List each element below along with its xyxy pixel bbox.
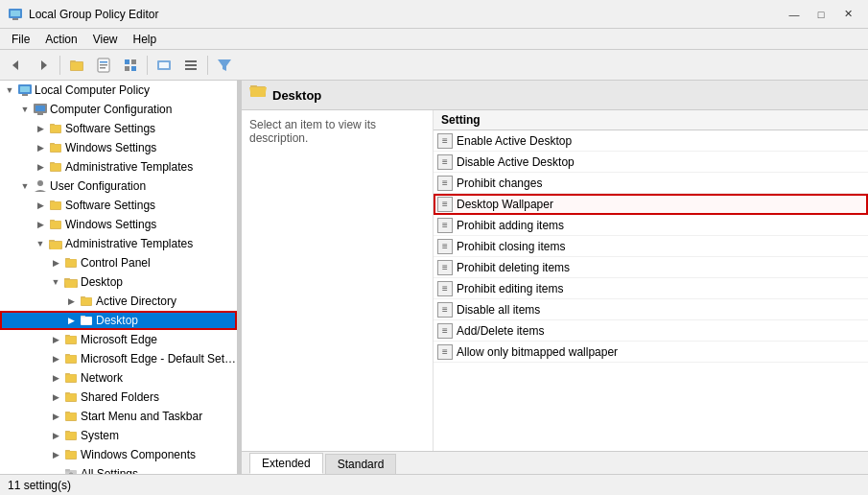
tree-item-microsoft-edge[interactable]: ▶ Microsoft Edge bbox=[0, 330, 237, 349]
folder-icon-14 bbox=[63, 428, 79, 443]
setting-icon-11: ≡ bbox=[437, 344, 453, 360]
menu-file[interactable]: File bbox=[4, 31, 37, 48]
settings-row-prohibit-deleting[interactable]: ≡ Prohibit deleting items bbox=[434, 257, 868, 278]
tree-item-system[interactable]: ▶ System bbox=[0, 426, 237, 445]
app-icon bbox=[8, 7, 23, 22]
tree-container[interactable]: ▼ Local Computer Policy ▼ Computer Confi… bbox=[0, 81, 237, 474]
tree-item-windows-2[interactable]: ▶ Windows Settings bbox=[0, 215, 237, 234]
expand-windows-2[interactable]: ▶ bbox=[33, 217, 48, 232]
microsoft-edge-default-label: Microsoft Edge - Default Settin... bbox=[81, 352, 237, 365]
filter-icon bbox=[217, 58, 232, 73]
toolbar-sep-2 bbox=[147, 56, 148, 75]
maximize-button[interactable]: □ bbox=[809, 4, 833, 25]
filter-button[interactable] bbox=[212, 54, 237, 77]
setting-label-3: Prohibit changes bbox=[457, 177, 749, 190]
svg-marker-3 bbox=[12, 60, 18, 70]
tree-item-windows-components[interactable]: ▶ Windows Components bbox=[0, 445, 237, 464]
folder-icon-13 bbox=[63, 409, 79, 424]
expand-windows-components[interactable]: ▶ bbox=[48, 447, 63, 462]
tree-item-admin-2[interactable]: ▼ Administrative Templates bbox=[0, 234, 237, 253]
tree-item-desktop-folder[interactable]: ▼ Desktop bbox=[0, 272, 237, 292]
expand-system[interactable]: ▶ bbox=[48, 428, 63, 443]
close-button[interactable]: ✕ bbox=[835, 4, 860, 25]
tree-item-start-menu[interactable]: ▶ Start Menu and Taskbar bbox=[0, 407, 237, 426]
tree-item-control-panel[interactable]: ▶ Control Panel bbox=[0, 253, 237, 272]
folder-icon-11 bbox=[63, 370, 79, 386]
setting-label-1: Enable Active Desktop bbox=[457, 134, 749, 148]
expand-desktop-selected[interactable]: ▶ bbox=[63, 313, 79, 328]
expand-start-menu[interactable]: ▶ bbox=[48, 409, 63, 424]
settings-row-prohibit-editing[interactable]: ≡ Prohibit editing items bbox=[434, 278, 868, 299]
settings-row-disable-all[interactable]: ≡ Disable all items bbox=[434, 299, 868, 320]
toolbar-btn-1[interactable] bbox=[64, 54, 89, 77]
settings-row-desktop-wallpaper[interactable]: ≡ Desktop Wallpaper bbox=[434, 194, 868, 215]
tab-standard[interactable]: Standard bbox=[325, 454, 397, 474]
settings-row-prohibit-adding[interactable]: ≡ Prohibit adding items bbox=[434, 215, 868, 236]
toolbar-btn-4[interactable] bbox=[152, 54, 176, 77]
tree-item-user-config[interactable]: ▼ User Configuration bbox=[0, 177, 237, 196]
expand-shared-folders[interactable]: ▶ bbox=[48, 389, 63, 405]
expand-network[interactable]: ▶ bbox=[48, 370, 63, 386]
minimize-button[interactable]: — bbox=[782, 4, 807, 25]
tree-item-active-directory[interactable]: ▶ Active Directory bbox=[0, 292, 237, 311]
tree-item-microsoft-edge-default[interactable]: ▶ Microsoft Edge - Default Settin... bbox=[0, 349, 237, 368]
tree-item-shared-folders[interactable]: ▶ Shared Folders bbox=[0, 388, 237, 407]
svg-rect-70 bbox=[66, 394, 77, 402]
settings-row-prohibit-changes[interactable]: ≡ Prohibit changes bbox=[434, 173, 868, 194]
expand-computer-config[interactable]: ▼ bbox=[17, 102, 33, 117]
expand-admin-2[interactable]: ▼ bbox=[33, 236, 48, 251]
expand-user-config[interactable]: ▼ bbox=[17, 178, 33, 194]
tree-item-root[interactable]: ▼ Local Computer Policy bbox=[0, 81, 237, 100]
expand-microsoft-edge-default[interactable]: ▶ bbox=[48, 351, 63, 366]
tree-item-desktop-selected[interactable]: ▶ Desktop bbox=[0, 311, 237, 330]
settings-row-enable-active-desktop[interactable]: ≡ Enable Active Desktop bbox=[434, 130, 868, 152]
windows-2-label: Windows Settings bbox=[65, 218, 156, 231]
expand-software-2[interactable]: ▶ bbox=[33, 198, 48, 213]
expand-admin-1[interactable]: ▶ bbox=[33, 159, 48, 175]
right-content: Select an item to view its description. … bbox=[242, 110, 868, 451]
menu-help[interactable]: Help bbox=[126, 31, 165, 48]
expand-root[interactable]: ▼ bbox=[2, 82, 17, 98]
toolbar-btn-5[interactable] bbox=[178, 54, 203, 77]
expand-windows-1[interactable]: ▶ bbox=[33, 140, 48, 155]
toolbar-btn-2[interactable] bbox=[91, 54, 116, 77]
settings-pane[interactable]: Setting ≡ Enable Active Desktop ≡ Disabl… bbox=[434, 110, 868, 451]
menu-bar: File Action View Help bbox=[0, 29, 868, 50]
settings-row-prohibit-closing[interactable]: ≡ Prohibit closing items bbox=[434, 236, 868, 257]
tree-item-admin-1[interactable]: ▶ Administrative Templates bbox=[0, 157, 237, 177]
folder-icon bbox=[69, 58, 84, 73]
software-1-label: Software Settings bbox=[65, 122, 155, 135]
svg-marker-86 bbox=[249, 87, 267, 97]
svg-rect-18 bbox=[185, 60, 197, 62]
settings-row-disable-active-desktop[interactable]: ≡ Disable Active Desktop bbox=[434, 152, 868, 173]
svg-marker-21 bbox=[218, 59, 231, 71]
tree-item-windows-1[interactable]: ▶ Windows Settings bbox=[0, 138, 237, 157]
svg-point-37 bbox=[37, 180, 43, 186]
description-text: Select an item to view its description. bbox=[249, 118, 376, 145]
expand-desktop-folder[interactable]: ▼ bbox=[48, 274, 63, 290]
expand-software-1[interactable]: ▶ bbox=[33, 121, 48, 136]
menu-view[interactable]: View bbox=[85, 31, 126, 48]
tree-item-software-1[interactable]: ▶ Software Settings bbox=[0, 119, 237, 138]
svg-rect-11 bbox=[100, 67, 106, 69]
settings-icon bbox=[123, 58, 138, 73]
all-settings-label: All Settings bbox=[81, 467, 138, 474]
expand-active-directory[interactable]: ▶ bbox=[63, 294, 79, 309]
folder-icon-7 bbox=[79, 294, 94, 309]
tree-item-software-2[interactable]: ▶ Software Settings bbox=[0, 196, 237, 215]
expand-microsoft-edge[interactable]: ▶ bbox=[48, 332, 63, 347]
toolbar-btn-3[interactable] bbox=[118, 54, 143, 77]
folder-icon-1 bbox=[48, 121, 63, 136]
menu-action[interactable]: Action bbox=[37, 31, 84, 48]
expand-control-panel[interactable]: ▶ bbox=[48, 255, 63, 271]
tree-item-all-settings[interactable]: ▶ All Settings bbox=[0, 464, 237, 474]
forward-button[interactable] bbox=[31, 54, 56, 77]
settings-row-allow-bitmapped[interactable]: ≡ Allow only bitmapped wallpaper bbox=[434, 342, 868, 363]
tab-extended[interactable]: Extended bbox=[249, 453, 323, 474]
settings-row-add-delete[interactable]: ≡ Add/Delete items bbox=[434, 320, 868, 342]
tree-item-computer-config[interactable]: ▼ Computer Configuration bbox=[0, 100, 237, 119]
tree-item-network[interactable]: ▶ Network bbox=[0, 368, 237, 388]
back-button[interactable] bbox=[4, 54, 29, 77]
setting-icon-4: ≡ bbox=[437, 197, 453, 212]
svg-rect-9 bbox=[100, 61, 107, 63]
